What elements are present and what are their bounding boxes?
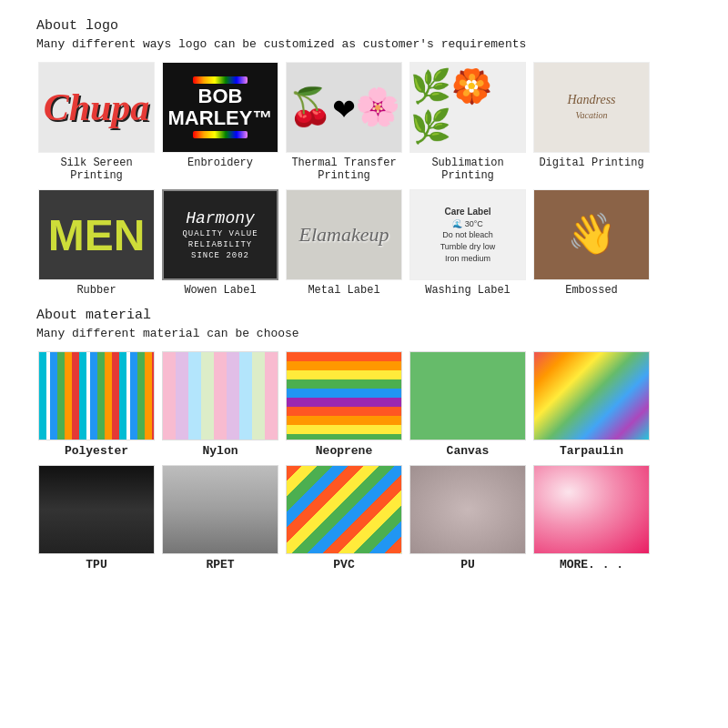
embroidery-label: Enbroidery (187, 157, 253, 169)
material-more: MORE. . . (531, 465, 652, 571)
metal-label: Metal Label (308, 284, 379, 297)
about-logo-section: About logo Many different ways logo can … (36, 18, 692, 297)
material-grid-row1: Polyester Nylon Neoprene Canvas (36, 351, 692, 458)
about-logo-subtitle: Many different ways logo can be customiz… (36, 37, 692, 51)
logo-item-digital: HandressVacation Digital Printing (531, 62, 652, 182)
logo-item-metal: Elamakeup Metal Label (284, 189, 404, 297)
sublimation-label: Sublimation Printing (408, 157, 528, 182)
canvas-solid (410, 352, 525, 440)
canvas-image (410, 351, 526, 440)
material-canvas: Canvas (408, 351, 528, 458)
embossed-label: Embossed (565, 284, 618, 297)
pvc-image (286, 465, 402, 554)
woven-image: Harmony QUALITY VALUE RELIABILITY SINCE … (162, 189, 278, 280)
embossed-image: 👋 (533, 189, 650, 280)
logo-item-woven: Harmony QUALITY VALUE RELIABILITY SINCE … (160, 189, 280, 297)
nylon-label: Nylon (202, 444, 238, 458)
about-material-title: About material (36, 308, 692, 323)
embossed-icon: 👋 (567, 210, 617, 259)
thermal-image: 🍒❤️🌸 (286, 62, 402, 153)
about-material-section: About material Many different material c… (36, 308, 692, 571)
bob-text: BOBMARLEY™ (168, 86, 273, 129)
material-neoprene: Neoprene (284, 351, 404, 458)
logo-grid: Chupa Silk Sereen Printing BOBMARLEY™ En… (36, 62, 692, 182)
tpu-dark (39, 466, 154, 553)
tpu-label: TPU (86, 558, 106, 571)
logo-item-rubber: MEN Rubber (36, 189, 157, 297)
cherry-emoji: 🍒❤️🌸 (288, 86, 400, 130)
metal-image: Elamakeup (286, 189, 402, 280)
pvc-label: PVC (333, 558, 354, 571)
tpu-image (38, 465, 155, 554)
pu-image (410, 465, 526, 554)
logo-item-thermal: 🍒❤️🌸 Thermal Transfer Printing (284, 62, 404, 182)
polyester-image (38, 351, 155, 440)
more-fluffy (534, 466, 649, 553)
nylon-image (162, 351, 278, 440)
material-pvc: PVC (284, 465, 404, 571)
pvc-diagonal (287, 466, 401, 553)
silk-screen-label: Silk Sereen Printing (36, 157, 157, 182)
chupa-logo: Chupa (44, 86, 150, 129)
logo-item-silk-screen: Chupa Silk Sereen Printing (36, 62, 157, 182)
digital-image: HandressVacation (533, 62, 650, 153)
woven-label: Wowen Label (184, 284, 256, 297)
tarpaulin-label: Tarpaulin (560, 444, 623, 458)
rpet-label: RPET (206, 558, 234, 571)
more-label: MORE. . . (560, 558, 623, 571)
page: About logo Many different ways logo can … (0, 0, 728, 728)
material-rpet: RPET (160, 465, 280, 571)
bob-marley-graphic: BOBMARLEY™ (168, 75, 273, 140)
nylon-stripes (163, 352, 278, 440)
pu-dusty (410, 466, 525, 553)
thermal-label: Thermal Transfer Printing (284, 157, 404, 182)
material-polyester: Polyester (36, 351, 157, 458)
logo-item-embossed: 👋 Embossed (531, 189, 652, 297)
polyester-label: Polyester (65, 444, 128, 458)
harmony-big: Harmony (164, 208, 277, 229)
digital-logo-text: HandressVacation (567, 93, 615, 122)
tarpaulin-image (533, 351, 650, 440)
logo-item-washing: Care Label 🌊 30°C Do not bleach Tumble d… (408, 189, 528, 297)
silk-screen-image: Chupa (38, 62, 155, 153)
men-text: MEN (48, 210, 146, 260)
logo-item-embroidery: BOBMARLEY™ Enbroidery (160, 62, 280, 182)
rainbow-bar (193, 76, 248, 84)
neoprene-stripes (287, 352, 401, 440)
rubber-image: MEN (38, 189, 155, 280)
washing-image: Care Label 🌊 30°C Do not bleach Tumble d… (410, 189, 526, 280)
neoprene-label: Neoprene (316, 444, 372, 458)
embroidery-image: BOBMARLEY™ (162, 62, 278, 153)
more-image (533, 465, 650, 554)
tarpaulin-rolls (534, 352, 649, 440)
wreath-emoji: 🌿🏵️🌿 (410, 67, 525, 147)
harmony-quality: QUALITY VALUE RELIABILITY (164, 229, 277, 250)
washing-label-text: Washing Label (425, 284, 511, 297)
harmony-since: SINCE 2002 (164, 251, 277, 262)
rubber-label: Rubber (76, 284, 116, 297)
material-tpu: TPU (36, 465, 157, 571)
washing-label-text: Care Label 🌊 30°C Do not bleach Tumble d… (440, 206, 496, 264)
about-material-subtitle: Many different material can be choose (36, 327, 692, 340)
material-pu: PU (408, 465, 528, 571)
metal-script-text: Elamakeup (299, 223, 389, 247)
material-tarpaulin: Tarpaulin (531, 351, 652, 458)
logo-grid-row2: MEN Rubber Harmony QUALITY VALUE RELIABI… (36, 189, 692, 297)
material-grid-row2: TPU RPET PVC PU (36, 465, 692, 571)
material-nylon: Nylon (160, 351, 280, 458)
rpet-gray (163, 466, 278, 553)
logo-item-sublimation: 🌿🏵️🌿 Sublimation Printing (408, 62, 528, 182)
neoprene-image (286, 351, 402, 440)
rpet-image (162, 465, 278, 554)
polyester-stripes (39, 352, 154, 440)
about-logo-title: About logo (36, 18, 692, 34)
pu-label: PU (460, 558, 475, 571)
harmony-label: Harmony QUALITY VALUE RELIABILITY SINCE … (164, 208, 277, 261)
sublimation-image: 🌿🏵️🌿 (410, 62, 526, 153)
digital-label: Digital Printing (539, 157, 643, 169)
canvas-label: Canvas (447, 444, 490, 458)
rainbow-bar2 (193, 131, 248, 138)
